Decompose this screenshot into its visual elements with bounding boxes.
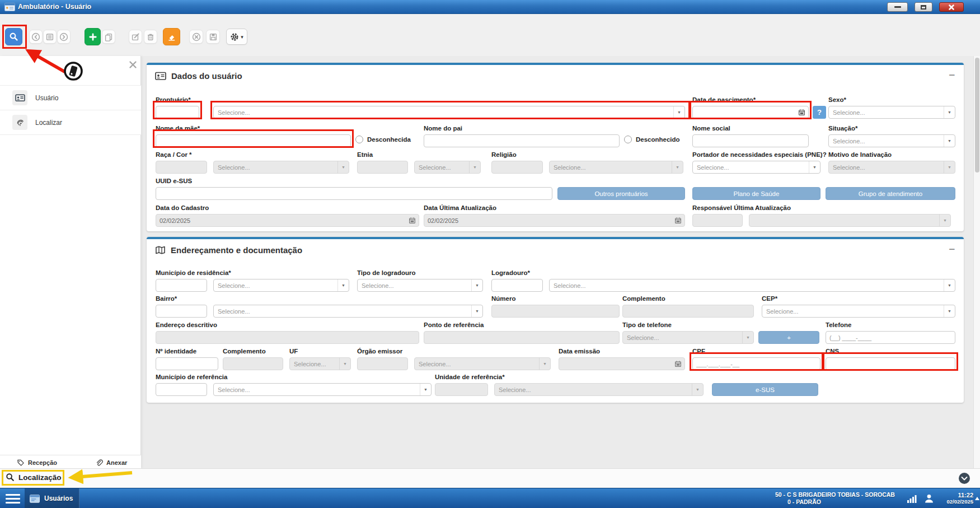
religiao-input (491, 161, 543, 174)
tipo-logradouro-label: Tipo de logradouro (357, 269, 483, 277)
scrollbar-thumb[interactable] (975, 58, 979, 173)
data-cadastro-input (156, 214, 419, 227)
add-telefone-button[interactable]: + (758, 331, 819, 344)
ponto-referencia-label: Ponto de referência (424, 321, 620, 329)
municipio-residencia-select[interactable]: Selecione...▼ (213, 279, 349, 292)
id-card-icon (155, 71, 166, 81)
religiao-select: Selecione...▼ (549, 161, 683, 174)
uf-select: Selecione...▼ (289, 357, 351, 370)
raca-cor-select: Selecione...▼ (213, 161, 349, 174)
minimize-icon (894, 6, 901, 8)
complemento-label: Complemento (622, 295, 754, 302)
edit-button[interactable] (129, 30, 142, 44)
close-button[interactable] (939, 2, 964, 12)
pne-select[interactable]: Selecione...▼ (692, 161, 820, 174)
nome-mae-input[interactable] (156, 134, 351, 147)
caret-down-icon: ▼ (539, 358, 550, 370)
show-hidden-icon[interactable] (975, 497, 979, 500)
municipio-residencia-input[interactable] (156, 279, 207, 292)
complemento2-label: Complemento (223, 348, 283, 355)
tipo-logradouro-select[interactable]: Selecione...▼ (357, 279, 483, 292)
localizacao-label: Localização (18, 473, 62, 482)
cep-select[interactable]: Selecione...▼ (762, 305, 955, 318)
expand-section-button[interactable] (958, 472, 970, 484)
recepcao-label: Recepção (28, 459, 57, 466)
cns-label: CNS (826, 348, 955, 355)
unit-line1: 50 - C S BRIGADEIRO TOBIAS - SOROCAB (775, 491, 895, 498)
clock: 11:22 02/02/2025 (942, 492, 973, 505)
menu-icon[interactable] (6, 494, 20, 504)
help-button[interactable]: ? (813, 106, 826, 119)
save-icon (209, 32, 218, 41)
data-nascimento-input[interactable] (692, 106, 809, 119)
save-button[interactable] (206, 30, 220, 44)
id-card-icon (30, 495, 40, 503)
caret-down-icon: ▼ (673, 106, 684, 118)
minimize-button[interactable] (887, 2, 908, 12)
grupo-atendimento-button[interactable]: Grupo de atendimento (826, 187, 955, 200)
desconhecida-radio[interactable]: Desconhecida (355, 136, 411, 143)
uuid-esus-input[interactable] (156, 187, 552, 200)
add-button[interactable] (85, 28, 101, 45)
anexar-button[interactable]: Anexar (95, 459, 127, 467)
plano-saude-button[interactable]: Plano de Saúde (692, 187, 820, 200)
caret-down-icon: ▼ (944, 135, 955, 147)
user-icon[interactable] (923, 493, 935, 504)
caret-down-icon: ▼ (692, 384, 703, 395)
sidebar-footer: Recepção Anexar (0, 455, 141, 468)
copy-button[interactable] (102, 30, 115, 44)
prontuario-input[interactable] (156, 106, 199, 119)
sidebar-item-usuario[interactable]: Usuário (0, 85, 141, 110)
caret-down-icon: ▼ (672, 161, 683, 173)
municipio-referencia-select[interactable]: Selecione...▼ (213, 383, 432, 396)
settings-button[interactable]: ▾ (226, 29, 247, 45)
divider (0, 134, 141, 135)
delete-button[interactable] (144, 30, 157, 44)
unidade-referencia-input (435, 383, 488, 396)
usuario-select[interactable]: Selecione...▼ (213, 106, 685, 119)
desconhecido-radio[interactable]: Desconhecido (624, 136, 680, 143)
logradouro-input[interactable] (491, 279, 543, 292)
outros-prontuarios-button[interactable]: Outros prontuários (557, 187, 685, 200)
municipio-referencia-input[interactable] (156, 383, 207, 396)
nome-pai-input[interactable] (424, 134, 620, 147)
time-label: 11:22 (942, 492, 973, 498)
data-emissao-label: Data emissão (559, 348, 685, 355)
cns-input[interactable] (826, 357, 955, 370)
taskbar-app-usuarios[interactable]: Usuários (25, 488, 79, 508)
situacao-label: Situação* (828, 125, 955, 132)
cpf-input[interactable] (692, 357, 820, 370)
sidebar-close-button[interactable] (129, 60, 137, 69)
bairro-input[interactable] (156, 305, 207, 318)
situacao-select[interactable]: Selecione...▼ (828, 134, 955, 147)
identidade-input[interactable] (156, 357, 218, 370)
recepcao-button[interactable]: Recepção (17, 459, 57, 467)
sidebar-item-label: Localizar (35, 119, 62, 127)
tipo-telefone-label: Tipo de telefone (622, 321, 754, 329)
collapse-icon[interactable]: – (949, 68, 955, 81)
endereco-descritivo-input (156, 331, 419, 344)
cancel-button[interactable] (189, 30, 203, 44)
collapse-icon[interactable]: – (949, 243, 955, 255)
localizacao-toggle[interactable]: Localização (6, 473, 62, 482)
sidebar-item-localizar[interactable]: Localizar (0, 110, 141, 134)
next-button[interactable] (57, 30, 71, 44)
unit-info: 50 - C S BRIGADEIRO TOBIAS - SOROCAB 0 -… (775, 491, 895, 506)
bairro-select[interactable]: Selecione...▼ (213, 305, 483, 318)
eraser-icon (167, 32, 176, 41)
sexo-select[interactable]: Selecione...▼ (828, 106, 955, 119)
vertical-scrollbar[interactable] (973, 56, 980, 468)
search-button[interactable] (5, 28, 22, 45)
caret-down-icon: ▼ (469, 161, 480, 173)
nome-social-input[interactable] (692, 134, 809, 147)
telefone-input[interactable] (826, 331, 955, 344)
panel-dados-usuario: Dados do usuário – Prontuário* Selecione… (147, 63, 964, 231)
caret-down-icon: ▼ (339, 358, 350, 370)
logradouro-select[interactable]: Selecione...▼ (549, 279, 955, 292)
etnia-select: Selecione...▼ (414, 161, 481, 174)
esus-button[interactable]: e-SUS (712, 383, 818, 396)
maximize-button[interactable] (915, 2, 932, 12)
previous-button[interactable] (29, 30, 43, 44)
list-button[interactable] (43, 30, 57, 44)
clear-button[interactable] (163, 28, 180, 45)
